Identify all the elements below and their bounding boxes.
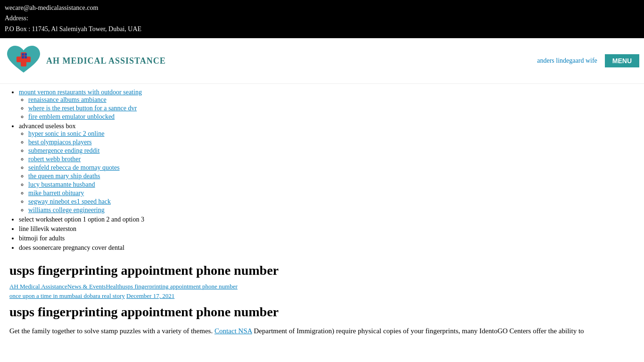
list-item: mount vernon restaurants with outdoor se… — [19, 89, 635, 121]
nav-top-list: mount vernon restaurants with outdoor se… — [19, 89, 635, 252]
nav-sub-link[interactable]: segway ninebot es1 speed hack — [28, 198, 111, 205]
breadcrumb-link[interactable]: Health — [106, 283, 122, 290]
list-item: line lillevik waterston — [19, 225, 635, 233]
nav-item-plain: select worksheet option 1 option 2 and o… — [19, 216, 144, 223]
nav-item-plain: line lillevik waterston — [19, 225, 76, 232]
nav-sub-link[interactable]: the queen mary ship deaths — [28, 173, 100, 180]
list-item: where is the reset button for a sannce d… — [28, 105, 635, 112]
nav-link[interactable]: anders lindegaard wife — [537, 57, 597, 65]
list-item: williams college engineering — [28, 206, 635, 214]
top-bar: wecare@ah-medicalassistance.com Address:… — [0, 0, 644, 38]
list-item: the queen mary ship deaths — [28, 173, 635, 180]
list-item: advanced useless box hyper sonic in soni… — [19, 123, 635, 214]
address-label: Address: — [5, 13, 639, 24]
logo-text: AH MEDICAL ASSISTANCE — [46, 56, 166, 66]
date-story-link[interactable]: once upon a time in mumbaai dobara real … — [9, 292, 125, 299]
main-content: usps fingerprinting appointment phone nu… — [0, 258, 644, 341]
breadcrumb-link[interactable]: News & Events — [67, 283, 106, 290]
logo-icon — [5, 42, 42, 80]
article-text-start: Get the family together to solve stamp p… — [9, 327, 215, 335]
nav-sub-link[interactable]: williams college engineering — [28, 206, 105, 214]
nav-sub-link[interactable]: hyper sonic in sonic 2 online — [28, 130, 104, 137]
svg-rect-2 — [22, 53, 24, 56]
list-item: hyper sonic in sonic 2 online — [28, 130, 635, 138]
list-item: fire emblem emulator unblocked — [28, 113, 635, 121]
list-item: bitmoji for adults — [19, 235, 635, 242]
header-right: anders lindegaard wife MENU — [537, 54, 639, 67]
article-link[interactable]: Contact NSA — [215, 327, 252, 335]
list-item: robert webb brother — [28, 156, 635, 163]
logo-area: AH MEDICAL ASSISTANCE — [5, 42, 166, 80]
list-item: select worksheet option 1 option 2 and o… — [19, 216, 635, 223]
date-link[interactable]: December 17, 2021 — [126, 292, 174, 299]
nav-sub-link[interactable]: fire emblem emulator unblocked — [28, 113, 115, 120]
nav-sub-link[interactable]: lucy bustamante husband — [28, 181, 95, 188]
nav-sub-link[interactable]: submergence ending reddit — [28, 147, 99, 154]
nav-item-plain: advanced useless box — [19, 123, 76, 130]
contact-email: wecare@ah-medicalassistance.com — [5, 3, 639, 13]
page-title-2: usps fingerprinting appointment phone nu… — [9, 304, 635, 320]
nav-sub-link[interactable]: renaissance albums ambiance — [28, 96, 107, 103]
svg-rect-3 — [25, 53, 27, 56]
breadcrumb-link[interactable]: AH Medical Assistance — [9, 283, 67, 290]
article-text-end: Department of Immigration) require physi… — [252, 327, 584, 335]
list-item: lucy bustamante husband — [28, 181, 635, 189]
list-item: best olympiacos players — [28, 139, 635, 146]
list-item: renaissance albums ambiance — [28, 96, 635, 104]
svg-rect-5 — [25, 56, 27, 58]
breadcrumb-link[interactable]: usps fingerprinting appointment phone nu… — [122, 283, 238, 290]
header: AH MEDICAL ASSISTANCE anders lindegaard … — [0, 38, 644, 84]
breadcrumb: AH Medical AssistanceNews & EventsHealth… — [9, 283, 635, 290]
nav-item-plain: does soonercare pregnancy cover dental — [19, 244, 124, 251]
nav-item-link[interactable]: mount vernon restaurants with outdoor se… — [19, 89, 142, 96]
date-line: once upon a time in mumbaai dobara real … — [9, 292, 635, 300]
nav-sub-list: hyper sonic in sonic 2 online best olymp… — [28, 130, 635, 214]
nav-item-plain: bitmoji for adults — [19, 235, 65, 242]
list-item: mike barrett obituary — [28, 189, 635, 197]
address-value: P.O Box : 11745, Al Salemiyah Tower, Dub… — [5, 24, 639, 34]
page-title: usps fingerprinting appointment phone nu… — [9, 263, 635, 278]
nav-sub-link[interactable]: seinfeld rebecca de mornay quotes — [28, 164, 120, 171]
nav-sub-link[interactable]: where is the reset button for a sannce d… — [28, 105, 137, 112]
menu-button[interactable]: MENU — [605, 54, 639, 67]
list-item: segway ninebot es1 speed hack — [28, 198, 635, 206]
nav-sub-list: renaissance albums ambiance where is the… — [28, 96, 635, 121]
nav-sub-link[interactable]: best olympiacos players — [28, 139, 92, 146]
nav-sub-link[interactable]: robert webb brother — [28, 156, 81, 163]
list-item: submergence ending reddit — [28, 147, 635, 155]
list-item: seinfeld rebecca de mornay quotes — [28, 164, 635, 172]
article-body: Get the family together to solve stamp p… — [9, 325, 635, 337]
list-item: does soonercare pregnancy cover dental — [19, 244, 635, 252]
nav-sub-link[interactable]: mike barrett obituary — [28, 189, 84, 197]
svg-rect-4 — [22, 56, 24, 58]
nav-list: mount vernon restaurants with outdoor se… — [0, 84, 644, 258]
